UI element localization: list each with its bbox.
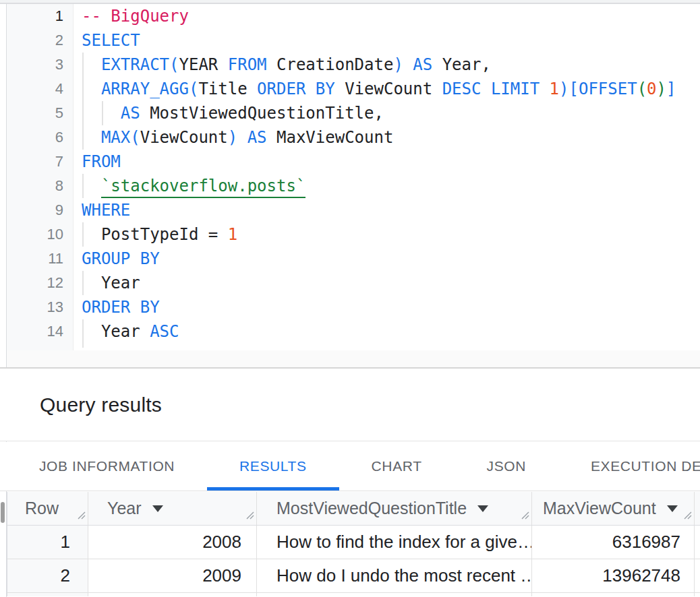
line-number: 9 <box>7 198 74 222</box>
indent-guide <box>82 53 84 150</box>
column-header-mostviewedquestiontitle[interactable]: MostViewedQuestionTitle <box>257 492 532 525</box>
indent-guide <box>82 271 84 295</box>
indent-guide <box>82 222 84 247</box>
code-text: -- BigQuery <box>74 4 700 28</box>
table-cell-stub <box>695 559 700 592</box>
sort-dropdown-icon[interactable] <box>152 505 163 512</box>
bigquery-query-page: 1-- BigQuery2SELECT3 EXTRACT(YEAR FROM C… <box>0 0 700 597</box>
line-number: 6 <box>7 125 74 150</box>
active-tab-indicator <box>207 487 339 491</box>
table-header-row: RowYearMostViewedQuestionTitleMaxViewCou… <box>7 492 700 526</box>
indent-guide <box>82 319 84 348</box>
code-text: MAX(ViewCount) AS MaxViewCount <box>74 125 700 150</box>
gutter-filler-bg <box>7 344 74 350</box>
editor-bottom-band <box>7 350 700 367</box>
line-number: 10 <box>7 222 74 247</box>
tab-json[interactable]: JSON <box>455 442 558 491</box>
code-text: `stackoverflow.posts` <box>74 174 700 198</box>
indent-guide <box>102 101 103 125</box>
table-cell: 2 <box>7 559 88 592</box>
code-line-2[interactable]: 2SELECT <box>7 28 700 53</box>
table-reference-link[interactable]: `stackoverflow.posts` <box>101 177 305 198</box>
column-header-label: MaxViewCount <box>543 499 656 518</box>
line-number: 4 <box>7 77 74 101</box>
table-cell: 2009 <box>88 559 257 592</box>
tab-job-information[interactable]: JOB INFORMATION <box>7 442 207 491</box>
line-number: 13 <box>7 295 74 319</box>
line-number: 1 <box>7 4 74 28</box>
code-text: AS MostViewedQuestionTitle, <box>74 101 700 125</box>
table-row: 22009How do I undo the most recent …1396… <box>7 559 700 593</box>
tab-chart[interactable]: CHART <box>339 442 455 491</box>
results-tabbar: JOB INFORMATIONRESULTSCHARTJSONEXECUTION… <box>0 442 700 491</box>
table-cell: How to find the index for a give… <box>257 526 532 559</box>
code-line-3[interactable]: 3 EXTRACT(YEAR FROM CreationDate) AS Yea… <box>7 53 700 77</box>
column-header-stub <box>695 492 700 525</box>
table-row-partial <box>7 593 700 596</box>
code-text: Year ASC <box>74 319 700 344</box>
column-header-label: Year <box>107 499 142 518</box>
table-cell-partial <box>257 593 532 596</box>
tab-label: JSON <box>487 458 526 474</box>
code-line-7[interactable]: 7FROM <box>7 150 700 174</box>
code-text: WHERE <box>74 198 700 222</box>
column-resize-handle[interactable] <box>520 504 529 524</box>
sql-editor[interactable]: 1-- BigQuery2SELECT3 EXTRACT(YEAR FROM C… <box>7 4 700 350</box>
indent-guide <box>82 174 84 198</box>
vertical-scrollbar-thumb[interactable] <box>1 502 5 523</box>
code-text: EXTRACT(YEAR FROM CreationDate) AS Year, <box>74 53 700 77</box>
line-number: 11 <box>7 247 74 271</box>
results-table: RowYearMostViewedQuestionTitleMaxViewCou… <box>7 492 700 596</box>
tab-label: EXECUTION DETAILS <box>591 458 700 474</box>
code-line-4[interactable]: 4 ARRAY_AGG(Title ORDER BY ViewCount DES… <box>7 77 700 101</box>
sort-dropdown-icon[interactable] <box>477 505 488 512</box>
query-results-header: Query results <box>0 369 700 441</box>
tab-label: CHART <box>372 458 422 474</box>
sort-dropdown-icon[interactable] <box>667 505 678 512</box>
column-header-label: Row <box>25 499 59 518</box>
column-header-label: MostViewedQuestionTitle <box>276 499 467 518</box>
code-line-12[interactable]: 12 Year <box>7 271 700 295</box>
code-text: FROM <box>74 150 700 174</box>
code-line-6[interactable]: 6 MAX(ViewCount) AS MaxViewCount <box>7 125 700 150</box>
column-header-maxviewcount[interactable]: MaxViewCount <box>532 492 695 525</box>
code-line-8[interactable]: 8 `stackoverflow.posts` <box>7 174 700 198</box>
tab-label: RESULTS <box>239 458 307 474</box>
line-number: 7 <box>7 150 74 174</box>
code-text: SELECT <box>74 28 700 53</box>
results-table-area: RowYearMostViewedQuestionTitleMaxViewCou… <box>0 492 700 597</box>
table-cell-partial <box>88 593 257 596</box>
code-line-1[interactable]: 1-- BigQuery <box>7 4 700 28</box>
column-header-row[interactable]: Row <box>7 492 88 525</box>
line-number: 2 <box>7 28 74 53</box>
line-number: 8 <box>7 174 74 198</box>
column-resize-handle[interactable] <box>682 504 692 524</box>
table-cell: 1 <box>7 526 88 559</box>
tab-label: JOB INFORMATION <box>39 458 175 474</box>
table-cell-stub <box>695 526 700 559</box>
code-line-5[interactable]: 5 AS MostViewedQuestionTitle, <box>7 101 700 125</box>
code-text: Year <box>74 271 700 295</box>
code-line-14[interactable]: 14 Year ASC <box>7 319 700 344</box>
code-line-10[interactable]: 10 PostTypeId = 1 <box>7 222 700 247</box>
code-line-13[interactable]: 13ORDER BY <box>7 295 700 319</box>
table-cell: 13962748 <box>532 559 695 592</box>
column-header-year[interactable]: Year <box>88 492 257 525</box>
column-resize-handle[interactable] <box>245 504 254 524</box>
code-line-11[interactable]: 11GROUP BY <box>7 247 700 271</box>
tab-results[interactable]: RESULTS <box>207 442 339 491</box>
line-number: 5 <box>7 101 74 125</box>
gutter-filler <box>7 344 700 350</box>
line-number: 14 <box>7 319 74 344</box>
code-text: PostTypeId = 1 <box>74 222 700 247</box>
code-text: GROUP BY <box>74 247 700 271</box>
table-cell: 6316987 <box>532 526 695 559</box>
line-number: 12 <box>7 271 74 295</box>
code-filler <box>74 344 700 350</box>
table-cell-partial <box>532 593 695 596</box>
table-cell: 2008 <box>88 526 257 559</box>
column-resize-handle[interactable] <box>76 504 86 524</box>
code-line-9[interactable]: 9WHERE <box>7 198 700 222</box>
table-cell-partial <box>7 593 88 596</box>
tab-execution-details[interactable]: EXECUTION DETAILS <box>558 442 700 491</box>
